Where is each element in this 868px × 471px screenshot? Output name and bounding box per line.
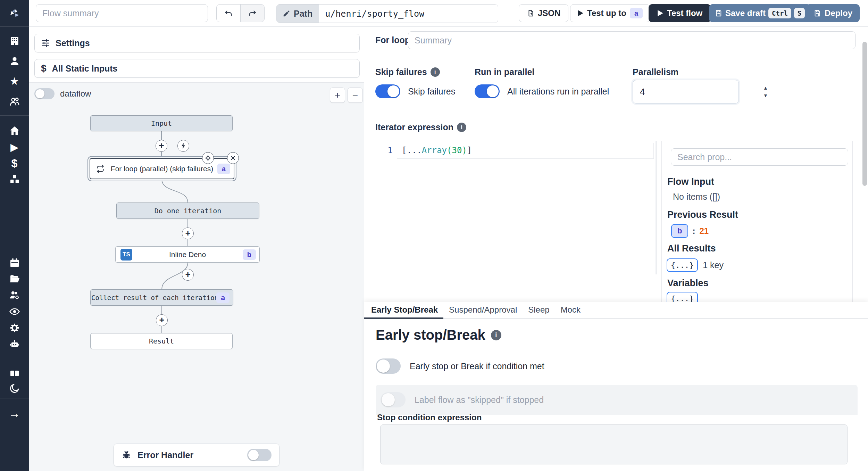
bug-icon bbox=[122, 450, 131, 460]
skip-failures-title-text: Skip failures bbox=[375, 67, 427, 77]
save-icon bbox=[715, 9, 723, 17]
iterator-title-text: Iterator expression bbox=[375, 122, 453, 132]
book-icon[interactable] bbox=[8, 367, 21, 380]
redo-button[interactable] bbox=[240, 4, 265, 22]
info-icon[interactable]: i bbox=[431, 67, 440, 77]
test-flow-button[interactable]: Test flow bbox=[649, 4, 711, 22]
code-token: ] bbox=[467, 146, 472, 155]
label-skipped-toggle[interactable] bbox=[381, 392, 406, 407]
all-static-inputs-button[interactable]: $ All Static Inputs bbox=[34, 59, 360, 78]
bolt-icon bbox=[180, 142, 187, 149]
path-edit-button[interactable]: Path bbox=[276, 5, 319, 23]
flow-input-empty: No items ([]) bbox=[673, 192, 720, 202]
props-divider bbox=[661, 141, 662, 302]
move-icon bbox=[205, 155, 211, 162]
save-draft-button[interactable]: Save draft Ctrl S bbox=[709, 4, 811, 22]
users-icon[interactable] bbox=[8, 95, 21, 108]
node-do-one-iteration[interactable]: Do one iteration bbox=[116, 203, 259, 219]
test-up-to-button[interactable]: Test up to a bbox=[570, 4, 650, 22]
search-prop-input[interactable] bbox=[671, 148, 848, 166]
moon-icon[interactable] bbox=[8, 382, 21, 395]
tab-suspend-approval[interactable]: Suspend/Approval bbox=[443, 302, 523, 319]
boxes-icon[interactable] bbox=[8, 173, 21, 185]
settings-tabs: Early Stop/Break Suspend/Approval Sleep … bbox=[364, 302, 868, 319]
move-node-button[interactable] bbox=[202, 152, 214, 164]
iterator-code-editor[interactable]: 1 [...Array(30)] bbox=[375, 141, 657, 297]
summary-input[interactable] bbox=[408, 31, 856, 49]
trigger-bolt-button[interactable] bbox=[177, 140, 189, 152]
dollar-icon[interactable]: $ bbox=[8, 157, 21, 170]
node-inline-deno[interactable]: TS Inline Deno b bbox=[115, 246, 260, 263]
save-draft-label: Save draft bbox=[725, 8, 766, 18]
object-expand-badge[interactable]: {...} bbox=[667, 258, 698, 272]
scrollbar-thumb[interactable] bbox=[862, 42, 867, 186]
eye-icon[interactable] bbox=[8, 305, 21, 318]
parallelism-input[interactable] bbox=[633, 86, 763, 97]
add-step-button[interactable]: + bbox=[156, 140, 167, 152]
parallelism-title: Parallelism bbox=[633, 67, 678, 77]
sidebar-divider bbox=[0, 398, 29, 398]
building-icon[interactable] bbox=[8, 35, 21, 47]
early-stop-toggle[interactable] bbox=[376, 358, 401, 374]
info-icon[interactable]: i bbox=[491, 330, 501, 340]
node-input[interactable]: Input bbox=[90, 115, 233, 131]
step-badge: a bbox=[630, 8, 643, 18]
play-icon bbox=[657, 10, 663, 17]
graph-connectors bbox=[29, 83, 364, 471]
test-up-to-label: Test up to bbox=[587, 8, 626, 18]
path-input[interactable] bbox=[319, 5, 498, 23]
flow-summary-input[interactable] bbox=[36, 4, 208, 22]
play-icon bbox=[577, 10, 584, 17]
add-step-button[interactable]: + bbox=[156, 314, 168, 326]
flow-settings-button[interactable]: Settings bbox=[34, 34, 360, 52]
error-handler-card: Error Handler bbox=[114, 444, 279, 466]
node-badge-b: b bbox=[243, 249, 256, 260]
deploy-button[interactable]: Deploy bbox=[806, 4, 860, 22]
calendar-icon[interactable] bbox=[8, 257, 21, 269]
error-handler-toggle[interactable] bbox=[247, 449, 272, 461]
json-button[interactable]: JSON bbox=[519, 4, 568, 22]
arrow-right-icon[interactable]: → bbox=[8, 407, 21, 420]
gear-icon[interactable] bbox=[8, 322, 21, 334]
skipped-label-section: Label flow as "skipped" if stopped bbox=[376, 385, 858, 415]
tab-mock[interactable]: Mock bbox=[555, 302, 586, 319]
home-icon[interactable] bbox=[8, 124, 21, 137]
repeat-icon bbox=[96, 164, 105, 173]
node-input-label: Input bbox=[151, 119, 172, 127]
info-icon[interactable]: i bbox=[457, 123, 466, 132]
stop-condition-editor[interactable] bbox=[380, 424, 848, 464]
user-group-gear-icon[interactable] bbox=[8, 289, 21, 301]
star-icon[interactable]: ★ bbox=[8, 75, 21, 88]
play-icon[interactable]: ▶ bbox=[8, 141, 21, 154]
delete-node-button[interactable] bbox=[227, 152, 239, 164]
windmill-logo[interactable] bbox=[8, 7, 21, 19]
topbar: Path JSON Test up to a Test flow Save dr… bbox=[29, 0, 868, 27]
folder-icon[interactable] bbox=[8, 273, 21, 285]
path-label: Path bbox=[294, 9, 312, 19]
undo-icon bbox=[224, 9, 233, 18]
zoom-out-button[interactable]: − bbox=[348, 88, 363, 103]
skip-failures-toggle[interactable] bbox=[375, 84, 400, 98]
add-step-button[interactable]: + bbox=[182, 269, 194, 281]
node-result[interactable]: Result bbox=[90, 333, 233, 349]
spinner-down-icon[interactable]: ▼ bbox=[763, 93, 768, 98]
node-collect-result[interactable]: Collect result of each iteration a bbox=[90, 289, 233, 306]
add-step-button[interactable]: + bbox=[182, 228, 194, 239]
tab-early-stop-break[interactable]: Early Stop/Break bbox=[364, 302, 443, 319]
tab-sleep[interactable]: Sleep bbox=[523, 302, 555, 319]
settings-label: Settings bbox=[56, 38, 90, 48]
undo-button[interactable] bbox=[216, 4, 241, 22]
run-parallel-label: All iterations run in parallel bbox=[507, 86, 609, 97]
user-icon[interactable] bbox=[8, 55, 21, 67]
zoom-in-button[interactable]: + bbox=[330, 88, 345, 103]
result-key-badge[interactable]: b bbox=[671, 224, 688, 238]
robot-icon[interactable] bbox=[8, 338, 21, 350]
editor-scrollbar[interactable] bbox=[656, 141, 657, 274]
colon: : bbox=[692, 226, 695, 236]
code-line: [...Array(30)] bbox=[402, 143, 472, 158]
early-stop-heading-row: Early stop/Break i bbox=[376, 327, 501, 343]
spinner-up-icon[interactable]: ▲ bbox=[763, 85, 768, 90]
dataflow-toggle[interactable] bbox=[34, 88, 55, 99]
run-parallel-toggle[interactable] bbox=[475, 84, 500, 98]
previous-result-title: Previous Result bbox=[667, 209, 738, 220]
